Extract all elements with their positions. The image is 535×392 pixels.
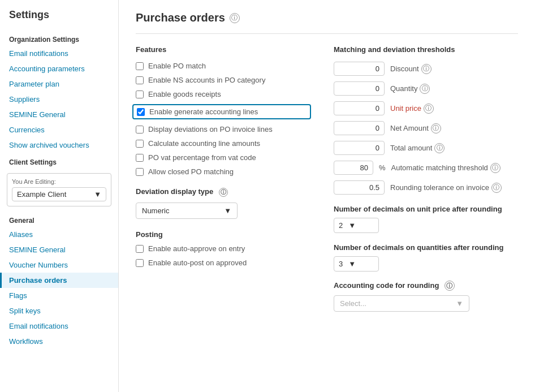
- sidebar-item-show-archived-vouchers[interactable]: Show archived vouchers: [0, 137, 118, 153]
- checkbox-display-deviations[interactable]: [136, 126, 144, 133]
- threshold-input-discount[interactable]: [334, 62, 385, 76]
- general-section-label: General: [0, 211, 118, 227]
- page-title: Purchase orders: [136, 11, 225, 24]
- info-icon-discount[interactable]: ⓘ: [421, 64, 432, 74]
- checkbox-label-5[interactable]: Calculate accounting line amounts: [148, 139, 260, 148]
- sidebar-item-email-notifications-client[interactable]: Email notifications: [0, 318, 118, 334]
- left-column: Features Enable PO match ⓘ Enable NS acc…: [136, 45, 311, 312]
- checkbox-row-5: Calculate accounting line amounts: [136, 139, 311, 148]
- checkbox-po-vat-percentage[interactable]: [136, 154, 144, 162]
- acct-code-dropdown[interactable]: Select... ▼: [334, 295, 469, 312]
- threshold-row-quantity: Quantity ⓘ: [334, 81, 518, 96]
- acct-code-label: Accounting code for rounding ⓘ: [334, 281, 518, 291]
- checkbox-row-6: PO vat percentage from vat code: [136, 153, 311, 162]
- deviation-type-dropdown[interactable]: Numeric ▼: [136, 203, 238, 219]
- sidebar-item-parameter-plan[interactable]: Parameter plan: [0, 76, 118, 92]
- checkbox-enable-generate-accounting[interactable]: [137, 108, 145, 116]
- client-settings-box: You Are Editing: Example Client ▼: [7, 173, 111, 206]
- checkbox-label-2[interactable]: Enable goods receipts: [148, 90, 221, 98]
- checkbox-allow-closed-po[interactable]: [136, 168, 144, 176]
- threshold-row-rounding: Rounding tolerance on invoice ⓘ: [334, 180, 518, 195]
- decimals-qty-dropdown[interactable]: 3 ▼: [334, 256, 379, 272]
- sidebar-item-flags[interactable]: Flags: [0, 288, 118, 303]
- sidebar-item-accounting-parameters[interactable]: Accounting parameters: [0, 61, 118, 76]
- sidebar-item-semine-general[interactable]: SEMINE General: [0, 107, 118, 122]
- decimals-unit-value: 2: [339, 221, 343, 230]
- checkbox-auto-post[interactable]: [136, 259, 144, 267]
- main-content: Purchase orders ⓘ Features Enable PO mat…: [119, 0, 535, 392]
- decimals-qty-section: Number of decimals on quantities after r…: [334, 243, 518, 272]
- chevron-down-icon-deviation: ▼: [224, 206, 231, 215]
- checkbox-label-1[interactable]: Enable NS accounts in PO category: [148, 76, 265, 84]
- client-dropdown[interactable]: Example Client ▼: [12, 187, 106, 201]
- decimals-qty-label: Number of decimals on quantities after r…: [334, 243, 518, 252]
- checkbox-label-6[interactable]: PO vat percentage from vat code: [148, 153, 256, 162]
- threshold-row-auto-match: % Automatic matching threshold ⓘ: [334, 161, 518, 175]
- sidebar-item-voucher-numbers[interactable]: Voucher Numbers: [0, 257, 118, 273]
- editing-label: You Are Editing:: [12, 178, 106, 185]
- checkbox-label-4[interactable]: Display deviations on PO invoice lines: [148, 125, 273, 133]
- checkbox-label-7[interactable]: Allow closed PO matching: [148, 167, 234, 176]
- acct-code-placeholder: Select...: [340, 299, 366, 308]
- info-icon-unit-price[interactable]: ⓘ: [424, 104, 434, 114]
- threshold-label-quantity: Quantity ⓘ: [390, 84, 430, 94]
- threshold-input-unit-price[interactable]: [334, 101, 385, 115]
- checkbox-auto-approve[interactable]: [136, 245, 144, 253]
- decimals-qty-value: 3: [339, 260, 343, 268]
- page-info-icon[interactable]: ⓘ: [230, 13, 240, 23]
- acct-code-section: Accounting code for rounding ⓘ Select...…: [334, 281, 518, 312]
- chevron-down-icon-decimals-qty: ▼: [348, 260, 356, 268]
- checkbox-calculate-accounting[interactable]: [136, 140, 144, 148]
- info-icon-quantity[interactable]: ⓘ: [420, 84, 430, 94]
- threshold-input-auto-match[interactable]: [334, 161, 373, 175]
- right-column: Matching and deviation thresholds Discou…: [334, 45, 518, 312]
- sidebar: Settings Organization Settings Email not…: [0, 0, 119, 392]
- checkbox-enable-po-match[interactable]: [136, 62, 144, 70]
- checkbox-label-auto-post[interactable]: Enable auto-post on approved: [148, 259, 247, 267]
- decimals-unit-dropdown[interactable]: 2 ▼: [334, 218, 379, 233]
- checkbox-label-auto-approve[interactable]: Enable auto-approve on entry: [148, 244, 245, 253]
- threshold-row-net-amount: Net Amount ⓘ: [334, 121, 518, 135]
- info-icon-total-amount[interactable]: ⓘ: [434, 143, 445, 153]
- info-icon-auto-match[interactable]: ⓘ: [490, 163, 501, 173]
- threshold-input-rounding[interactable]: [334, 180, 385, 195]
- sidebar-item-suppliers[interactable]: Suppliers: [0, 92, 118, 107]
- features-section-title: Features: [136, 45, 311, 54]
- threshold-input-net-amount[interactable]: [334, 121, 385, 135]
- threshold-label-rounding: Rounding tolerance on invoice ⓘ: [390, 183, 502, 193]
- deviation-section-title: Deviation display type ⓘ: [136, 187, 311, 197]
- info-icon-rounding[interactable]: ⓘ: [491, 183, 502, 193]
- posting-section-title: Posting: [136, 230, 311, 239]
- checkbox-label-0[interactable]: Enable PO match: [148, 62, 206, 70]
- info-icon-net-amount[interactable]: ⓘ: [431, 123, 441, 133]
- sidebar-item-email-notifications[interactable]: Email notifications: [0, 46, 118, 61]
- checkbox-row-1: Enable NS accounts in PO category: [136, 76, 311, 84]
- decimals-unit-label: Number of decimals on unit price after r…: [334, 205, 518, 213]
- thresholds-section-title: Matching and deviation thresholds: [334, 45, 518, 54]
- checkbox-row-auto-approve: Enable auto-approve on entry: [136, 244, 311, 253]
- org-section-label: Organization Settings: [0, 30, 118, 46]
- client-name: Example Client: [17, 190, 66, 199]
- checkbox-label-3[interactable]: Enable generate accounting lines: [149, 107, 258, 116]
- info-icon-acct-code[interactable]: ⓘ: [445, 281, 455, 291]
- threshold-input-quantity[interactable]: [334, 81, 385, 96]
- sidebar-item-purchase-orders[interactable]: Purchase orders: [0, 273, 118, 288]
- checkbox-row-auto-post: Enable auto-post on approved: [136, 259, 311, 267]
- checkbox-enable-ns-accounts[interactable]: [136, 76, 144, 84]
- chevron-down-icon: ▼: [94, 190, 101, 199]
- threshold-row-total-amount: Total amount ⓘ: [334, 141, 518, 155]
- deviation-type-value: Numeric: [142, 206, 169, 215]
- threshold-label-unit-price: Unit price ⓘ: [390, 104, 434, 114]
- checkbox-row-7: Allow closed PO matching: [136, 167, 311, 176]
- page-header: Purchase orders ⓘ: [136, 11, 518, 34]
- checkbox-row-0: Enable PO match ⓘ: [136, 62, 311, 70]
- sidebar-item-currencies[interactable]: Currencies: [0, 122, 118, 137]
- sidebar-item-workflows[interactable]: Workflows: [0, 334, 118, 349]
- threshold-row-unit-price: Unit price ⓘ: [334, 101, 518, 115]
- sidebar-item-split-keys[interactable]: Split keys: [0, 303, 118, 318]
- sidebar-item-semine-general-client[interactable]: SEMINE General: [0, 242, 118, 257]
- checkbox-enable-goods-receipts[interactable]: [136, 91, 144, 98]
- sidebar-item-aliases[interactable]: Aliases: [0, 227, 118, 242]
- threshold-input-total-amount[interactable]: [334, 141, 385, 155]
- deviation-info-icon[interactable]: ⓘ: [219, 188, 228, 197]
